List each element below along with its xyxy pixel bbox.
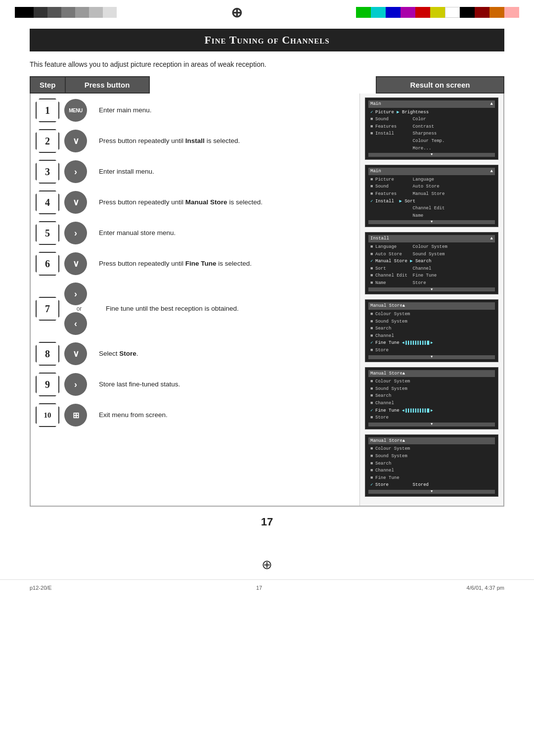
left-column: 1 MENU Enter main menu. 2 ∨ Press button…: [31, 94, 360, 506]
step-row-1: 1 MENU Enter main menu.: [36, 98, 355, 122]
right-button-7[interactable]: ›: [64, 283, 87, 305]
color-strip-left: [15, 7, 117, 18]
footer-left: p12-20/E: [30, 585, 52, 591]
menu-button[interactable]: MENU: [64, 99, 87, 122]
step-desc-7: Fine tune until the best reception is ob…: [106, 304, 355, 314]
screen-mock-4: Manual Store▲ ■Colour System ■Sound Syst…: [365, 299, 498, 362]
top-bar: ⊕: [0, 0, 534, 19]
step-desc-1: Enter main menu.: [99, 106, 355, 115]
screen-mock-6: Manual Store▲ ■Colour System ■Sound Syst…: [365, 434, 498, 497]
down-button-4[interactable]: ∨: [64, 191, 87, 214]
step-row-3: 3 › Enter install menu.: [36, 160, 355, 184]
header-result: Result on screen: [376, 76, 504, 94]
step-num-7: 7: [36, 297, 59, 321]
page-number: 17: [30, 516, 504, 528]
screen-mock-5: Manual Store▲ ■Colour System ■Sound Syst…: [365, 367, 498, 429]
step-num-6: 6: [36, 252, 59, 276]
header-row: Step Press button Result on screen: [30, 76, 504, 94]
step-row-9: 9 › Store last fine-tuned status.: [36, 373, 355, 396]
step-num-5: 5: [36, 221, 59, 245]
main-area: 1 MENU Enter main menu. 2 ∨ Press button…: [30, 94, 504, 507]
right-button-3[interactable]: ›: [64, 160, 87, 183]
step-desc-8: Select Store.: [99, 349, 355, 359]
step-num-2: 2: [36, 129, 59, 153]
bottom-decorations: ⊕: [0, 553, 534, 574]
step-desc-10: Exit menu from screen.: [99, 411, 355, 420]
step-desc-4: Press button repeatedly until Manual Sto…: [99, 198, 355, 207]
step-desc-6: Press button repeatedly until Fine Tune …: [99, 259, 355, 269]
left-button-7[interactable]: ‹: [64, 312, 87, 335]
step-num-3: 3: [36, 160, 59, 184]
footer: p12-20/E 17 4/6/01, 4:37 pm: [0, 579, 534, 596]
right-button-5[interactable]: ›: [64, 222, 87, 244]
intro-text: This feature allows you to adjust pictur…: [30, 60, 504, 68]
step-row-6: 6 ∨ Press button repeatedly until Fine T…: [36, 252, 355, 276]
screen-mock-3: Install ▲ ■Language Colour System ■Auto …: [365, 232, 498, 294]
or-label: or: [77, 305, 82, 312]
page-title-bar: Fine Tuning of Channels: [30, 29, 504, 51]
color-strip-right: [356, 7, 519, 18]
step-num-10: 10: [36, 403, 59, 427]
down-button-8[interactable]: ∨: [64, 342, 87, 365]
header-step: Step: [30, 76, 66, 94]
step-desc-5: Enter manual store menu.: [99, 229, 355, 238]
screen-mock-1: Main ▲ ✓Picture ▶ Brightness ■Sound Colo…: [365, 97, 498, 160]
step-desc-9: Store last fine-tuned status.: [99, 380, 355, 389]
step-row-4: 4 ∨ Press button repeatedly until Manual…: [36, 190, 355, 214]
down-button-2[interactable]: ∨: [64, 130, 87, 152]
step-row-8: 8 ∨ Select Store.: [36, 342, 355, 366]
step-row-7: 7 › or ‹ Fine tune until the best recept…: [36, 283, 355, 335]
right-button-9[interactable]: ›: [64, 373, 87, 396]
page-title: Fine Tuning of Channels: [40, 34, 494, 47]
step-num-9: 9: [36, 373, 59, 396]
step-row-5: 5 › Enter manual store menu.: [36, 221, 355, 245]
crosshair-bottom: ⊕: [262, 557, 272, 572]
exit-button-10[interactable]: ⊞: [64, 404, 87, 426]
step-row-2: 2 ∨ Press button repeatedly until Instal…: [36, 129, 355, 153]
footer-right: 4/6/01, 4:37 pm: [467, 585, 504, 591]
footer-mid: 17: [256, 585, 262, 591]
crosshair-top: ⊕: [231, 4, 242, 21]
step-row-10: 10 ⊞ Exit menu from screen.: [36, 403, 355, 427]
header-press: Press button: [66, 76, 150, 94]
right-column: Main ▲ ✓Picture ▶ Brightness ■Sound Colo…: [360, 94, 503, 506]
screen-mock-2: Main ▲ ■Picture Language ■Sound Auto Sto…: [365, 165, 498, 227]
step-num-4: 4: [36, 190, 59, 214]
step-num-1: 1: [36, 98, 59, 122]
step-num-8: 8: [36, 342, 59, 366]
step-desc-2: Press button repeatedly until Install is…: [99, 137, 355, 146]
step-desc-3: Enter install menu.: [99, 167, 355, 177]
down-button-6[interactable]: ∨: [64, 252, 87, 275]
